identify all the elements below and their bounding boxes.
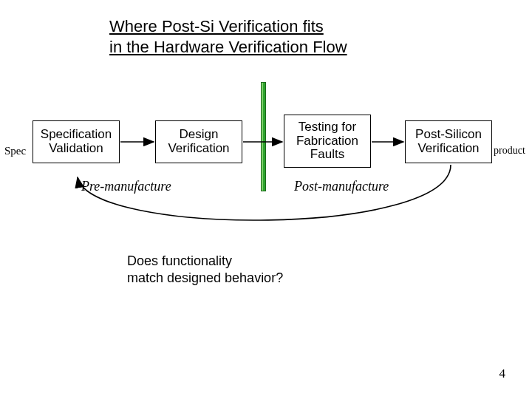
slide-title: Where Post-Si Verification fits in the H… <box>109 16 347 57</box>
divider-bar <box>261 82 266 191</box>
phase-post-manufacture: Post-manufacture <box>294 179 389 194</box>
title-line-2: in the Hardware Verification Flow <box>109 38 347 56</box>
question-text: Does functionality match designed behavi… <box>127 253 283 286</box>
question-line-1: Does functionality <box>127 253 232 268</box>
box-2-text: Design Verification <box>160 128 237 155</box>
question-line-2: match designed behavior? <box>127 270 283 285</box>
box-specification-validation: Specification Validation <box>33 120 120 163</box>
box-design-verification: Design Verification <box>155 120 242 163</box>
page-number: 4 <box>499 366 506 381</box>
box-fabrication-faults: Testing for Fabrication Faults <box>284 115 371 168</box>
box-1-text: Specification Validation <box>38 128 115 155</box>
arrows-layer <box>0 0 532 399</box>
spec-label: Spec <box>4 145 26 157</box>
box-3-text: Testing for Fabrication Faults <box>289 120 366 162</box>
title-line-1: Where Post-Si Verification fits <box>109 17 324 35</box>
phase-pre-manufacture: Pre-manufacture <box>81 179 171 194</box>
box-4-text: Post-Silicon Verification <box>410 128 487 155</box>
box-post-silicon-verification: Post-Silicon Verification <box>405 120 492 163</box>
product-label: product <box>494 145 525 157</box>
